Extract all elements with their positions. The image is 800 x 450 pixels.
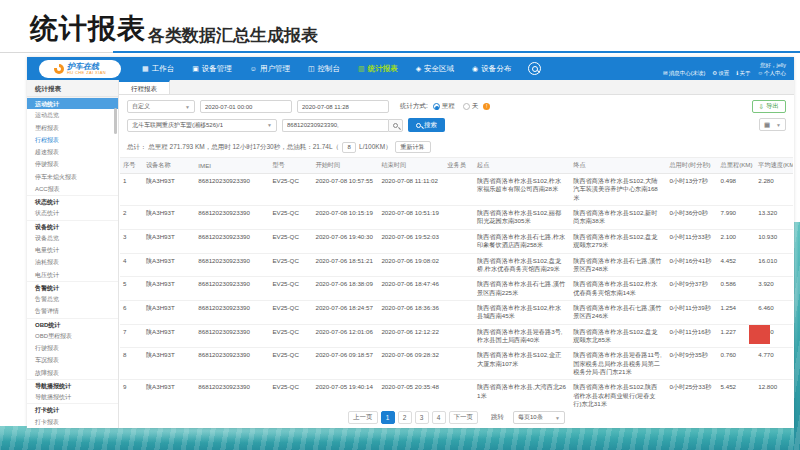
page-button[interactable]: 3 (415, 411, 429, 424)
sidebar-item[interactable]: 打卡报表 (27, 416, 118, 428)
sidebar-item[interactable]: 状态统计 (27, 207, 118, 219)
table-cell: 3 (120, 229, 143, 253)
date-to-input[interactable] (297, 100, 389, 113)
recalculate-button[interactable]: 重新计算 (395, 141, 431, 153)
page-button[interactable]: 1 (381, 411, 395, 424)
sidebar-item[interactable]: 导航播报统计 (27, 391, 118, 403)
quick-link-icon: ☺ (757, 69, 763, 77)
nav-item[interactable]: ☺用户管理 (243, 57, 297, 80)
page-subtitle: 各类数据汇总生成报表 (148, 24, 318, 47)
table-cell: 2020-07-08 10:57:55 (312, 174, 378, 206)
table-cell: 868120230923390 (195, 380, 269, 410)
search-icon[interactable] (528, 62, 541, 75)
column-header: 平均速度(KM/H) (755, 158, 793, 174)
table-cell: 868120230923390 (195, 324, 269, 348)
sidebar-item[interactable]: 行驶报表 (27, 342, 118, 354)
table-cell: 0小时11分16秒 (666, 324, 717, 348)
quick-link[interactable]: ℹ关于 (736, 69, 750, 77)
sidebar-item[interactable]: 停车未熄火报表 (27, 171, 118, 183)
quick-link[interactable]: ✉消息中心(未读) (663, 69, 705, 77)
page-button[interactable]: 2 (398, 411, 412, 424)
table-cell: 3.920 (755, 277, 793, 301)
nav-item[interactable]: ▣设备管理 (185, 57, 239, 80)
table-cell: 2020-07-06 19:52:03 (378, 229, 444, 253)
sidebar-item-active[interactable]: 行程报表 (27, 134, 118, 146)
nav-item-active[interactable]: ▥统计报表 (351, 57, 405, 80)
table-cell: 0.498 (718, 174, 756, 206)
page-size-select[interactable]: 每页10条▼ (513, 411, 565, 424)
table-cell (444, 300, 474, 324)
jump-button[interactable]: 跳转 (491, 413, 504, 422)
quick-link[interactable]: ☺个人中心 (757, 69, 786, 77)
table-cell: 陕西省商洛市柞水县石七路,柞水印象餐饮酒店西南258米 (474, 229, 570, 253)
device-group-select[interactable]: 北斗车联网重庆护车盟(湘移526)/1▼ (127, 119, 277, 132)
quick-link[interactable]: ⚙设置 (712, 69, 729, 77)
sidebar-item[interactable]: 告警统计 (27, 281, 118, 293)
table-cell: EV25-QC (269, 348, 312, 380)
table-cell: 陕A3H93T (143, 300, 195, 324)
table-row: 5陕A3H93T868120230923390EV25-QC2020-07-06… (120, 277, 793, 301)
table-cell: 0小时9分37秒 (666, 277, 717, 301)
sidebar-item[interactable]: 告警总览 (27, 293, 118, 305)
sidebar-item[interactable]: 车况报表 (27, 354, 118, 366)
nav-item[interactable]: ◉设备分布 (465, 57, 518, 80)
ocean-background-bottom (0, 426, 800, 450)
sidebar-item[interactable]: 里程报表 (27, 122, 118, 134)
info-icon[interactable]: ! (483, 103, 490, 110)
sidebar-item[interactable]: 油耗报表 (27, 256, 118, 268)
tab-trip-report[interactable]: 行程报表 (119, 80, 170, 94)
sidebar-item[interactable]: 电量统计 (27, 244, 118, 256)
chevron-down-icon: ▼ (185, 104, 190, 110)
date-from-input[interactable] (200, 100, 292, 113)
sidebar-item[interactable]: 超速报表 (27, 146, 118, 158)
column-header: 起点 (474, 158, 570, 174)
sidebar-item[interactable]: 告警详情 (27, 305, 118, 317)
table-cell: 陕西省商洛市柞水县S102,大陆汽车装潢美容养护中心东南168米 (570, 174, 666, 206)
sidebar-item[interactable]: 打卡统计 (27, 403, 118, 415)
table-cell: 0小时9分35秒 (666, 348, 717, 380)
sidebar-item[interactable]: 运动总览 (27, 109, 118, 121)
quick-link-icon: ✉ (663, 69, 668, 77)
stat-mode-radio[interactable]: 天 (463, 102, 479, 111)
sidebar-item[interactable]: 导航播报统计 (27, 379, 118, 391)
table-cell: 868120230923390 (195, 174, 269, 206)
sidebar-item[interactable]: 设备统计 (27, 220, 118, 232)
nav-item[interactable]: ▦工作台 (135, 57, 181, 80)
sidebar-scrollbar[interactable] (114, 108, 117, 134)
date-range-select[interactable]: 自定义▼ (127, 100, 195, 113)
next-page-button[interactable]: 下一页 (449, 411, 479, 424)
sidebar-item[interactable]: OBD统计 (27, 318, 118, 330)
fuel-rate-input[interactable] (342, 142, 356, 153)
table-cell: 868120230923390 (195, 277, 269, 301)
table-cell: 0小时36分0秒 (666, 206, 717, 230)
export-icon: ⇩ (759, 103, 764, 111)
stat-mode-radio[interactable]: 里程 (433, 102, 455, 111)
table-cell: 陕A3H93T (143, 253, 195, 277)
pagination: 上一页1234下一页跳转每页10条▼ (119, 410, 794, 428)
radio-icon (433, 103, 440, 110)
export-button[interactable]: ⇩ 导出 (752, 100, 786, 113)
sidebar-item[interactable]: 故障报表 (27, 367, 118, 379)
page-button[interactable]: 4 (432, 411, 446, 424)
table-cell: 12.800 (755, 380, 793, 410)
sidebar-item[interactable]: 电压统计 (27, 269, 118, 281)
prev-page-button[interactable]: 上一页 (348, 411, 378, 424)
imei-input[interactable] (282, 119, 388, 132)
sidebar-item[interactable]: OBD里程报表 (27, 330, 118, 342)
app-logo[interactable]: 护车在线 HU CHE ZAI XIAN (39, 60, 121, 78)
sidebar-item[interactable]: ACC报表 (27, 183, 118, 195)
table-cell (444, 174, 474, 206)
table-cell: 10.930 (755, 229, 793, 253)
sidebar-item[interactable]: 运动统计 (27, 97, 118, 109)
imei-search-icon[interactable] (388, 119, 403, 132)
nav-item[interactable]: ◈安全区域 (409, 57, 461, 80)
sidebar-item[interactable]: 设备总览 (27, 232, 118, 244)
column-config-button[interactable]: ▦ ▼ (759, 118, 786, 131)
radio-label: 里程 (442, 102, 455, 111)
search-button[interactable]: 搜索 (408, 118, 445, 132)
table-cell (444, 380, 474, 410)
sidebar-item[interactable]: 停驶报表 (27, 158, 118, 170)
nav-item[interactable]: ◫控制台 (301, 57, 347, 80)
sidebar-item[interactable]: 状态统计 (27, 195, 118, 207)
table-cell: 0小时13分7秒 (666, 174, 717, 206)
